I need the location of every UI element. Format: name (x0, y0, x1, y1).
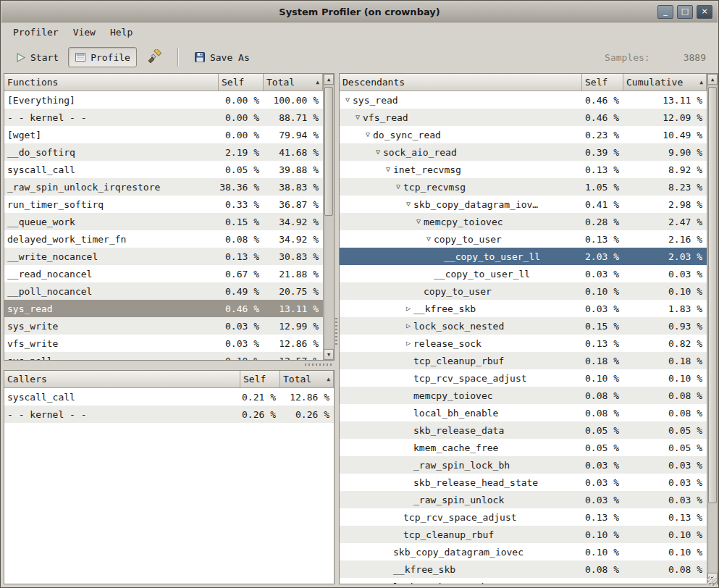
function-row[interactable]: __poll_nocancel0.49 %20.75 % (4, 282, 323, 300)
expanded-expander-icon[interactable]: ▽ (403, 196, 413, 213)
start-button[interactable]: Start (9, 48, 65, 67)
function-row[interactable]: sys_poll0.10 %12.57 % (4, 352, 323, 360)
descendant-row[interactable]: ▽sys_read0.46 %13.11 % (340, 91, 707, 109)
descendant-row[interactable]: ▽vfs_read0.46 %12.09 % (340, 109, 707, 126)
titlebar[interactable]: System Profiler (on crownbay) _ □ × (1, 1, 718, 22)
descendant-row-name: ▽tcp_recvmsg (340, 178, 582, 196)
descendant-row[interactable]: tcp_rcv_space_adjust0.10 %0.10 % (340, 369, 707, 387)
expanded-expander-icon[interactable]: ▽ (353, 109, 363, 126)
descendant-row[interactable]: ▷__kfree_skb0.03 %1.83 % (340, 300, 707, 317)
functions-scrollbar[interactable]: ▲ ▼ (323, 74, 334, 360)
minimize-button[interactable]: _ (657, 5, 673, 19)
descendant-row[interactable]: tcp_cleanup_rbuf0.18 %0.18 % (340, 352, 707, 369)
descendant-row[interactable]: ▷lock_sock_nested0.15 %0.93 % (340, 317, 707, 335)
function-row[interactable]: __write_nocancel0.13 %30.83 % (4, 248, 323, 265)
expanded-expander-icon[interactable]: ▽ (424, 230, 434, 248)
collapsed-expander-icon[interactable]: ▷ (403, 317, 413, 335)
descendant-row[interactable]: local_bh_enable0.08 %0.08 % (340, 404, 707, 421)
save-as-button[interactable]: Save As (188, 47, 256, 67)
scroll-up-icon[interactable]: ▲ (324, 74, 334, 85)
descendant-row[interactable]: skb_release_head_state0.03 %0.03 % (340, 474, 707, 491)
function-row[interactable]: _raw_spin_unlock_irqrestore38.36 %38.83 … (4, 178, 323, 196)
descendant-row-self: 0.10 % (582, 543, 623, 560)
descendant-row[interactable]: __kfree_skb0.08 %0.08 % (340, 560, 707, 578)
descendant-row[interactable]: __copy_to_user_ll2.03 %2.03 % (340, 248, 707, 265)
menu-profiler[interactable]: Profiler (6, 24, 66, 41)
functions-scrollbar-thumb[interactable] (324, 87, 333, 216)
expanded-expander-icon[interactable]: ▽ (393, 178, 403, 196)
descendant-row-label: vfs_read (363, 112, 408, 123)
function-row[interactable]: run_timer_softirq0.33 %36.87 % (4, 196, 323, 213)
descendants-scrollbar-trough[interactable] (707, 85, 718, 573)
descendants-self-column-header[interactable]: Self (582, 74, 623, 91)
callers-self-column-header[interactable]: Self (240, 371, 280, 388)
descendant-row[interactable]: ▷release_sock0.13 %0.82 % (340, 335, 707, 352)
pane-divider-vertical[interactable] (335, 318, 337, 347)
function-row[interactable]: __queue_work0.15 %34.92 % (4, 213, 323, 230)
profile-toggle-button[interactable]: Profile (68, 47, 137, 67)
descendant-row[interactable]: skb_release_data0.05 %0.05 % (340, 421, 707, 439)
menu-help[interactable]: Help (103, 24, 140, 41)
close-button[interactable]: × (697, 5, 712, 19)
functions-scrollbar-trough[interactable] (324, 85, 334, 349)
callers-column-header[interactable]: Callers (4, 371, 240, 388)
descendants-table: ▽sys_read0.46 %13.11 %▽vfs_read0.46 %12.… (340, 91, 707, 584)
maximize-button[interactable]: □ (677, 5, 693, 19)
descendant-row[interactable]: ▽copy_to_user0.13 %2.16 % (340, 230, 707, 248)
scroll-up-icon[interactable]: ▲ (707, 74, 718, 85)
descendant-row[interactable]: ▽tcp_recvmsg1.05 %8.23 % (340, 178, 707, 196)
collapsed-expander-icon[interactable]: ▷ (403, 300, 413, 317)
descendant-row[interactable]: tcp_rcv_space_adjust0.13 %0.13 % (340, 508, 707, 526)
collapsed-expander-icon[interactable]: ▷ (403, 335, 413, 352)
functions-total-column-header[interactable]: Total ▲ (264, 74, 323, 91)
descendant-row-label: copy_to_user (424, 286, 492, 297)
caller-row[interactable]: - - kernel - -0.26 %0.26 % (4, 406, 334, 423)
descendant-row[interactable]: tcp_cleanup_rbuf0.10 %0.10 % (340, 526, 707, 543)
descendant-row[interactable]: ▽sock_aio_read0.39 %9.90 % (340, 143, 707, 161)
descendant-row[interactable]: ▽do_sync_read0.23 %10.49 % (340, 126, 707, 143)
expanded-expander-icon[interactable]: ▽ (413, 213, 424, 230)
descendant-row-label: memcpy_toiovec (424, 217, 503, 227)
functions-self-column-header[interactable]: Self (219, 74, 264, 91)
function-row[interactable]: vfs_write0.03 %12.86 % (4, 335, 323, 352)
descendants-column-header[interactable]: Descendants (340, 74, 582, 91)
descendant-row[interactable]: memcpy_toiovec0.08 %0.08 % (340, 387, 707, 404)
function-row[interactable]: __read_nocancel0.67 %21.88 % (4, 265, 323, 282)
caller-row[interactable]: syscall_call0.21 %12.86 % (4, 388, 334, 406)
descendant-row[interactable]: __copy_to_user_ll0.03 %0.03 % (340, 265, 707, 282)
function-row[interactable]: [Everything]0.00 %100.00 % (4, 91, 323, 109)
descendant-row[interactable]: lock_sock_nested0.03 %0.03 % (340, 578, 707, 584)
expanded-expander-icon[interactable]: ▽ (383, 161, 393, 178)
function-row-self: 0.13 % (219, 248, 264, 265)
descendant-row[interactable]: ▽skb_copy_datagram_iov…0.41 %2.98 % (340, 196, 707, 213)
callers-total-column-header[interactable]: Total ▲ (280, 371, 334, 388)
pane-divider-horizontal[interactable] (305, 364, 332, 366)
descendant-row-name: __copy_to_user_ll (340, 265, 582, 282)
expanded-expander-icon[interactable]: ▽ (363, 126, 373, 143)
descendants-scrollbar[interactable]: ▲ ▼ (707, 74, 718, 584)
descendant-row[interactable]: ▽memcpy_toiovec0.28 %2.47 % (340, 213, 707, 230)
descendant-row[interactable]: skb_copy_datagram_iovec0.10 %0.10 % (340, 543, 707, 560)
descendants-scrollbar-thumb[interactable] (708, 87, 717, 503)
function-row[interactable]: sys_read0.46 %13.11 % (4, 300, 323, 317)
function-row[interactable]: sys_write0.03 %12.99 % (4, 317, 323, 335)
function-row[interactable]: delayed_work_timer_fn0.08 %34.92 % (4, 230, 323, 248)
descendant-row-self: 0.10 % (582, 369, 623, 387)
function-row[interactable]: [wget]0.00 %79.94 % (4, 126, 323, 143)
function-row[interactable]: __do_softirq2.19 %41.68 % (4, 143, 323, 161)
descendant-row[interactable]: copy_to_user0.10 %0.10 % (340, 282, 707, 300)
descendant-row[interactable]: ▽inet_recvmsg0.13 %8.92 % (340, 161, 707, 178)
expanded-expander-icon[interactable]: ▽ (373, 143, 383, 161)
descendant-row[interactable]: kmem_cache_free0.05 %0.05 % (340, 439, 707, 456)
functions-column-header[interactable]: Functions (4, 74, 219, 91)
expanded-expander-icon[interactable]: ▽ (342, 91, 353, 109)
function-row[interactable]: syscall_call0.05 %39.88 % (4, 161, 323, 178)
window-resize-grip[interactable] (707, 576, 717, 586)
reset-button[interactable] (140, 45, 169, 70)
scroll-down-icon[interactable]: ▼ (324, 349, 334, 360)
descendant-row[interactable]: _raw_spin_unlock0.03 %0.03 % (340, 491, 707, 508)
function-row[interactable]: - - kernel - -0.00 %88.71 % (4, 109, 323, 126)
descendant-row[interactable]: _raw_spin_lock_bh0.03 %0.03 % (340, 456, 707, 474)
descendants-cumulative-column-header[interactable]: Cumulative ▲ (623, 74, 707, 91)
menu-view[interactable]: View (66, 24, 103, 41)
